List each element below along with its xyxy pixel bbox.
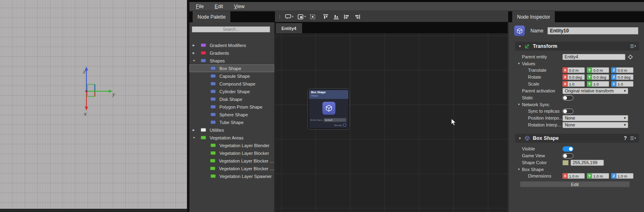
- palette-item-vegetation-layer-blocker[interactable]: Vegetation Layer Blocker: [189, 149, 274, 157]
- help-icon[interactable]: ?: [624, 135, 627, 141]
- translate-y-field[interactable]: 0.0 m: [592, 67, 609, 73]
- scale-y-field[interactable]: 1.0: [592, 81, 609, 87]
- graph-node-box-shape[interactable]: Box Shape Shape Entity Name Bounds: [309, 90, 348, 128]
- dimensions-y-field[interactable]: 1.0 m: [592, 173, 609, 179]
- gizmo-plane-handle: [87, 84, 94, 96]
- palette-item-tube-shape[interactable]: Tube Shape: [189, 118, 274, 126]
- chevron-right-icon[interactable]: [193, 44, 201, 47]
- scale-x-field[interactable]: 1.0: [568, 81, 585, 87]
- palette-item-compound-shape[interactable]: Compound Shape: [189, 80, 274, 88]
- box-shape-cube-icon: [524, 135, 530, 141]
- rotate-x-field[interactable]: 0.0 deg: [568, 74, 585, 80]
- palette-item-polygon-prism-shape[interactable]: Polygon Prism Shape: [189, 103, 274, 111]
- rotation-interp-dropdown[interactable]: None: [562, 122, 628, 128]
- palette-item-label: Shapes: [210, 58, 225, 63]
- graph-grid[interactable]: Box Shape Shape Entity Name Bounds: [275, 33, 508, 212]
- scale-label: Scale: [528, 81, 562, 86]
- chevron-right-icon[interactable]: [193, 128, 201, 132]
- select-all-icon[interactable]: [309, 13, 316, 20]
- graph-canvas[interactable]: Entity4 Box Shape Shape Entity Name: [275, 22, 508, 212]
- menu-file[interactable]: File: [196, 4, 204, 9]
- palette-item-vegetation-areas[interactable]: Vegetation Areas: [189, 134, 274, 141]
- palette-item-box-shape[interactable]: Box Shape: [189, 64, 274, 72]
- category-icon: [201, 59, 206, 62]
- inspector-tab-zone: Node Inspector: [508, 11, 644, 22]
- chevron-down-icon[interactable]: [193, 136, 201, 139]
- dimensions-label: Dimensions: [528, 173, 562, 178]
- palette-item-sphere-shape[interactable]: Sphere Shape: [189, 111, 274, 118]
- screenshot-frame-icon: [297, 13, 304, 20]
- tab-node-inspector[interactable]: Node Inspector: [512, 11, 555, 22]
- rotate-z-field[interactable]: 0.0 deg: [616, 74, 633, 80]
- chevron-down-icon[interactable]: ▼: [518, 45, 522, 48]
- chevron-down-icon[interactable]: ▼: [517, 62, 522, 65]
- palette-item-capsule-shape[interactable]: Capsule Shape: [189, 72, 274, 80]
- align-top-icon[interactable]: [322, 13, 329, 20]
- scale-z-field[interactable]: 1.0: [616, 81, 633, 87]
- translation-gizmo[interactable]: z y x: [61, 57, 134, 122]
- canvas-tab-entity4[interactable]: Entity4: [276, 23, 302, 33]
- palette-item-gradient-modifiers[interactable]: Gradient Modifiers: [189, 41, 274, 49]
- node-icon: [210, 90, 216, 93]
- palette-item-label: Vegetation Layer Blocker …: [219, 158, 274, 163]
- menu-view[interactable]: View: [234, 4, 245, 9]
- entity-name-input[interactable]: [324, 118, 346, 122]
- chevron-right-icon[interactable]: [193, 51, 201, 55]
- chevron-down-icon[interactable]: ▼: [518, 137, 522, 140]
- values-group-row[interactable]: ▼ Values: [515, 60, 639, 66]
- box-shape-section-header[interactable]: ▼ Box Shape ? ☰: [515, 134, 639, 143]
- palette-item-cylinder-shape[interactable]: Cylinder Shape: [189, 88, 274, 95]
- bounds-checkbox[interactable]: [343, 124, 346, 126]
- palette-item-vegetation-layer-blocker-3[interactable]: Vegetation Layer Blocker …: [189, 165, 274, 172]
- search-input[interactable]: [192, 26, 270, 32]
- rotate-y-field[interactable]: 0.0 deg: [592, 74, 609, 80]
- dimensions-x-field[interactable]: 1.0 m: [568, 173, 585, 179]
- chevron-down-icon[interactable]: ▼: [517, 168, 522, 171]
- tab-node-palette[interactable]: Node Palette: [193, 11, 230, 22]
- sync-to-replicas-toggle[interactable]: [562, 109, 573, 114]
- toolbar-drag-handle-icon[interactable]: ⁞: [279, 14, 280, 19]
- menu-edit[interactable]: Edit: [215, 4, 223, 9]
- color-swatch[interactable]: [562, 160, 569, 165]
- palette-item-shapes[interactable]: Shapes: [189, 57, 274, 64]
- game-view-toggle[interactable]: [562, 153, 573, 158]
- box-shape-cube-icon: [322, 102, 335, 115]
- palette-item-vegetation-layer-blocker-2[interactable]: Vegetation Layer Blocker …: [189, 157, 274, 165]
- entity-name-field[interactable]: [547, 27, 638, 34]
- translate-z-field[interactable]: 0.0 m: [616, 67, 633, 73]
- palette-item-vegetation-layer-spawner[interactable]: Vegetation Layer Spawner: [189, 172, 274, 180]
- palette-item-label: Sphere Shape: [219, 112, 248, 117]
- transform-section-header[interactable]: ▼ Transform ☰: [515, 42, 639, 51]
- axis-z-badge: Z: [611, 81, 616, 87]
- translate-x-field[interactable]: 0.0 m: [568, 67, 585, 73]
- node-icon: [210, 74, 216, 78]
- box-shape-group-row[interactable]: ▼ Box Shape: [515, 166, 639, 172]
- visible-toggle[interactable]: [562, 146, 573, 152]
- section-menu-icon[interactable]: ☰: [630, 136, 636, 141]
- align-bottom-icon[interactable]: [333, 13, 340, 20]
- screenshot-button[interactable]: ▾: [297, 13, 306, 20]
- align-left-icon[interactable]: [343, 13, 350, 20]
- dimensions-z-field[interactable]: 1.0 m: [616, 173, 633, 179]
- graph-node-header[interactable]: Box Shape Shape: [309, 90, 348, 99]
- axis-z-badge: Z: [611, 74, 616, 80]
- palette-item-utilities[interactable]: Utilities: [189, 126, 274, 134]
- align-right-icon[interactable]: [354, 13, 361, 20]
- add-comment-button[interactable]: ▾: [284, 13, 294, 20]
- shape-color-field[interactable]: 255,255,199: [571, 160, 604, 166]
- static-toggle[interactable]: [562, 95, 573, 101]
- parent-activation-dropdown[interactable]: Original relative transform: [562, 88, 628, 94]
- values-label: Values: [522, 61, 535, 66]
- chevron-down-icon[interactable]: ▼: [517, 103, 522, 106]
- parent-entity-field[interactable]: Entity4: [562, 54, 625, 60]
- section-menu-icon[interactable]: ☰: [630, 44, 636, 49]
- palette-item-gradients[interactable]: Gradients: [189, 49, 274, 57]
- chevron-down-icon[interactable]: [193, 59, 201, 62]
- 3d-viewport[interactable]: z y x: [0, 0, 188, 212]
- palette-item-disk-shape[interactable]: Disk Shape: [189, 95, 274, 103]
- edit-button[interactable]: Edit: [520, 181, 630, 187]
- entity-picker-icon[interactable]: [627, 54, 634, 60]
- network-sync-group-row[interactable]: ▼ Network Sync: [515, 101, 639, 107]
- position-interp-dropdown[interactable]: None: [562, 115, 628, 121]
- palette-item-vegetation-layer-blender[interactable]: Vegetation Layer Blender: [189, 141, 274, 149]
